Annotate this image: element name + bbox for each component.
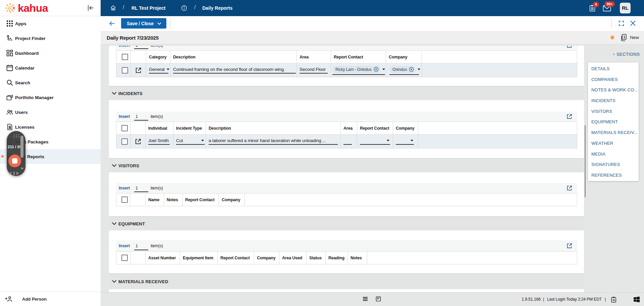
svg-text:K: K	[13, 6, 15, 10]
svg-text:1: 1	[624, 35, 626, 39]
